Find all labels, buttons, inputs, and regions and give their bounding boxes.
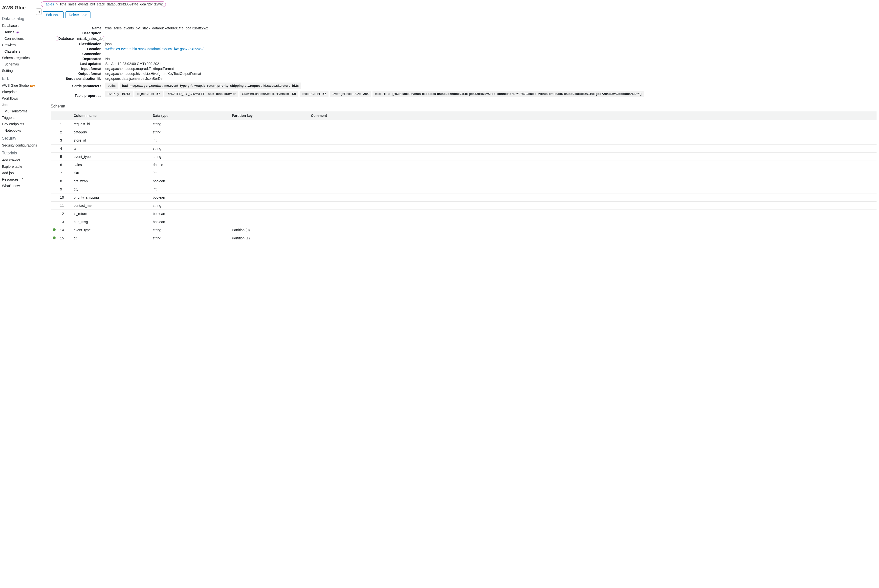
nav-security-configs[interactable]: Security configurations xyxy=(2,142,38,148)
row-comment xyxy=(309,226,876,234)
partition-marker xyxy=(51,128,58,136)
table-row[interactable]: 1request_idstring xyxy=(51,120,876,128)
row-data-type: string xyxy=(151,153,230,161)
nav-databases[interactable]: Databases xyxy=(2,22,38,29)
nav-tables-label: Tables xyxy=(5,30,14,34)
partition-marker xyxy=(51,194,58,202)
partition-marker xyxy=(51,210,58,218)
row-partition-key xyxy=(230,153,309,161)
section-tutorials: Tutorials xyxy=(2,148,38,157)
nav-resources[interactable]: Resources xyxy=(2,176,38,183)
table-row[interactable]: 12is_returnboolean xyxy=(51,210,876,218)
table-row[interactable]: 2categorystring xyxy=(51,128,876,136)
nav-classifiers[interactable]: Classifiers xyxy=(2,48,38,55)
row-index: 7 xyxy=(58,169,72,177)
table-row[interactable]: 8gift_wrapboolean xyxy=(51,177,876,185)
nav-workflows[interactable]: Workflows xyxy=(2,95,38,102)
nav-dev-endpoints[interactable]: Dev endpoints xyxy=(2,121,38,127)
nav-blueprints[interactable]: Blueprints xyxy=(2,89,38,95)
row-index: 14 xyxy=(58,226,72,234)
partition-dot-icon xyxy=(53,236,56,239)
sidebar-collapse-button[interactable]: ◂ xyxy=(36,8,42,15)
label-table-props: Table properties xyxy=(56,89,105,98)
partition-marker xyxy=(51,153,58,161)
label-database-cell: Database miztiik_sales_db xyxy=(56,36,105,42)
table-prop-chip: averageRecordSize284 xyxy=(330,91,371,97)
table-row[interactable]: 7skuint xyxy=(51,169,876,177)
table-row[interactable]: 14event_typestringPartition (0) xyxy=(51,226,876,234)
nav-notebooks[interactable]: Notebooks xyxy=(2,127,38,134)
table-prop-chip: objectCount57 xyxy=(134,91,163,97)
value-location[interactable]: s3://sales-events-bkt-stack-databucketd8… xyxy=(105,46,644,51)
value-connection xyxy=(105,51,644,56)
hdr-comment: Comment xyxy=(309,111,876,120)
nav-triggers[interactable]: Triggers xyxy=(2,114,38,121)
nav-add-crawler[interactable]: Add crawler xyxy=(2,157,38,163)
nav-ml-transforms[interactable]: ML Transforms xyxy=(2,108,38,114)
partition-marker xyxy=(51,161,58,169)
label-serde-lib: Serde serialization lib xyxy=(56,76,105,81)
section-etl: ETL xyxy=(2,74,38,82)
value-database: miztiik_sales_db xyxy=(77,37,102,40)
section-data-catalog: Data catalog xyxy=(2,14,38,22)
row-comment xyxy=(309,161,876,169)
breadcrumb-root[interactable]: Tables xyxy=(44,2,54,6)
table-row[interactable]: 10priority_shippingboolean xyxy=(51,194,876,202)
table-row[interactable]: 15dtstringPartition (1) xyxy=(51,234,876,242)
row-partition-key xyxy=(230,169,309,177)
edit-table-button[interactable]: Edit table xyxy=(43,11,63,18)
row-comment xyxy=(309,194,876,202)
partition-marker xyxy=(51,136,58,144)
value-serde-params: pathsbad_msg,category,contact_me,event_t… xyxy=(105,81,644,89)
row-column-name: priority_shipping xyxy=(72,194,151,202)
table-row[interactable]: 13bad_msgboolean xyxy=(51,218,876,226)
nav-glue-studio-label: AWS Glue Studio xyxy=(2,84,29,87)
value-deprecated: No xyxy=(105,56,644,61)
table-row[interactable]: 3store_idint xyxy=(51,136,876,144)
nav-tables[interactable]: Tables xyxy=(2,29,38,35)
row-index: 10 xyxy=(58,194,72,202)
nav-add-job[interactable]: Add job xyxy=(2,170,38,176)
table-row[interactable]: 9qtyint xyxy=(51,185,876,194)
table-row[interactable]: 6salesdouble xyxy=(51,161,876,169)
row-index: 5 xyxy=(58,153,72,161)
table-row[interactable]: 5event_typestring xyxy=(51,153,876,161)
nav-schema-registries[interactable]: Schema registries xyxy=(2,55,38,61)
table-prop-chip: CrawlerSchemaSerializerVersion1.0 xyxy=(239,91,298,97)
nav-crawlers[interactable]: Crawlers xyxy=(2,42,38,48)
partition-dot-icon xyxy=(53,228,56,231)
row-data-type: string xyxy=(151,202,230,210)
table-row[interactable]: 11contact_mestring xyxy=(51,202,876,210)
nav-explore-table[interactable]: Explore table xyxy=(2,163,38,170)
breadcrumb-sep: > xyxy=(56,2,58,6)
row-index: 13 xyxy=(58,218,72,226)
row-comment xyxy=(309,136,876,144)
row-data-type: string xyxy=(151,226,230,234)
partition-marker xyxy=(51,177,58,185)
nav-jobs[interactable]: Jobs xyxy=(2,102,38,108)
table-prop-chip: exclusions["s3://sales-events-bkt-stack-… xyxy=(373,91,644,97)
serde-param-value: bad_msg,category,contact_me,event_type,g… xyxy=(120,82,301,89)
row-partition-key xyxy=(230,144,309,153)
nav-whats-new[interactable]: What's new xyxy=(2,183,38,189)
hdr-data-type: Data type xyxy=(151,111,230,120)
section-security: Security xyxy=(2,134,38,142)
nav-glue-studio[interactable]: AWS Glue Studio New xyxy=(2,82,38,89)
partition-marker xyxy=(51,120,58,128)
row-index: 12 xyxy=(58,210,72,218)
delete-table-button[interactable]: Delete table xyxy=(66,11,90,18)
hdr-partition-key: Partition key xyxy=(230,111,309,120)
nav-schemas[interactable]: Schemas xyxy=(2,61,38,68)
starburst-icon xyxy=(16,31,20,34)
nav-settings[interactable]: Settings xyxy=(2,68,38,74)
label-input-format: Input format xyxy=(56,66,105,71)
nav-connections[interactable]: Connections xyxy=(2,35,38,42)
row-data-type: int xyxy=(151,136,230,144)
external-link-icon xyxy=(21,178,24,182)
table-row[interactable]: 4tsstring xyxy=(51,144,876,153)
row-index: 4 xyxy=(58,144,72,153)
row-partition-key xyxy=(230,185,309,194)
row-column-name: category xyxy=(72,128,151,136)
row-column-name: ts xyxy=(72,144,151,153)
row-column-name: dt xyxy=(72,234,151,242)
